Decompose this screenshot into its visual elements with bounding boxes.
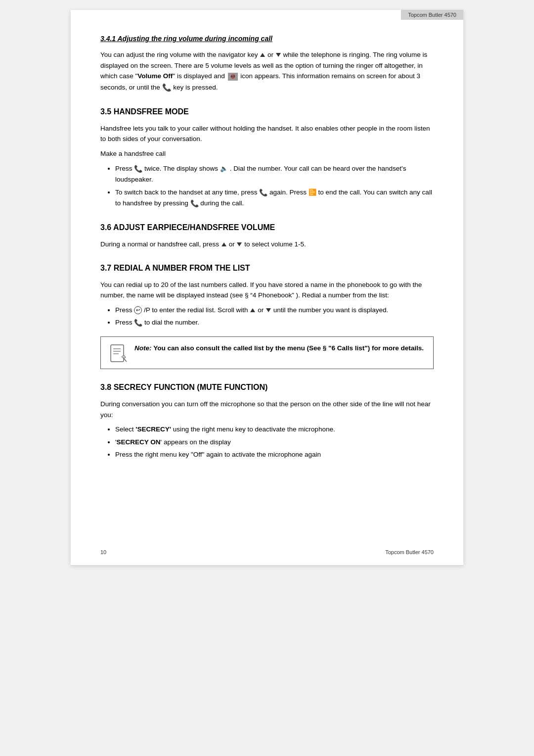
arrow-up-icon-2 xyxy=(221,240,229,248)
text-or-37: or xyxy=(258,306,266,314)
svg-line-4 xyxy=(124,358,127,362)
text-select-vol: to select volume 1-5. xyxy=(244,240,306,248)
volume-off-label: Volume Off xyxy=(137,72,173,80)
text-press-37-2: Press xyxy=(115,319,134,326)
arrow-up-icon-1 xyxy=(260,51,266,58)
note-icon xyxy=(109,344,128,363)
text-ring-1: You can adjust the ring volume with the … xyxy=(100,51,258,58)
speaker-sym: 🔈 xyxy=(220,165,228,172)
phone-key-icon-1: 📞 xyxy=(162,83,172,92)
text-redial-list: /P to enter the redial list. Scroll with xyxy=(144,306,250,314)
footer-page-number: 10 xyxy=(100,549,106,555)
text-press-37-1: Press xyxy=(115,306,134,314)
text-or-36: or xyxy=(229,240,235,248)
section-35-bullets: Press 📞 twice. The display shows 🔈 . Dia… xyxy=(115,163,434,209)
phone-icon-35-1: 📞 xyxy=(134,165,142,173)
section-341-title: 3.4.1 Adjusting the ring volume during i… xyxy=(100,35,434,43)
text-ring-3: is displayed and xyxy=(177,72,225,80)
phone-icon-35-2: 📞 xyxy=(259,189,267,196)
bullet-35-2: To switch back to the handset at any tim… xyxy=(115,187,434,209)
section-37-body1: You can redial up to 20 of the last numb… xyxy=(100,280,434,301)
section-35-heading: 3.5 HANDSFREE MODE xyxy=(100,107,434,116)
page-footer: 10 Topcom Butler 4570 xyxy=(71,549,463,555)
text-press-1: Press xyxy=(115,165,134,172)
bullet-35-1: Press 📞 twice. The display shows 🔈 . Dia… xyxy=(115,163,434,185)
note-label: Note: xyxy=(134,344,152,352)
note-box-37: Note: You can also consult the called li… xyxy=(100,336,434,369)
end-call-icon: 📴 xyxy=(309,189,316,196)
section-36: 3.6 ADJUST EARPIECE/HANDSFREE VOLUME Dur… xyxy=(100,223,434,250)
section-35-make-call: Make a handsfree call xyxy=(100,148,434,159)
bullet-38-3: Press the right menu key "Off" again to … xyxy=(115,449,434,460)
bullet-37-2: Press 📞 to dial the number. xyxy=(115,317,434,329)
document-page: Topcom Butler 4570 3.4.1 Adjusting the r… xyxy=(71,10,463,565)
arrow-down-37 xyxy=(266,306,271,314)
text-until: until the number you want is displayed. xyxy=(273,306,389,314)
text-press-off: Press the right menu key "Off" again to … xyxy=(115,451,321,458)
text-ring-5: key is pressed. xyxy=(173,83,218,91)
text-twice: twice. The display shows xyxy=(144,165,220,172)
arrow-up-37 xyxy=(250,306,256,314)
text-secrecy-on: 'SECRECY ON' appears on the display xyxy=(115,438,231,446)
bullet-38-1: Select 'SECRECY' using the right menu ke… xyxy=(115,424,434,435)
section-37-bullets: Press ↩ /P to enter the redial list. Scr… xyxy=(115,305,434,329)
arrow-down-icon-2 xyxy=(236,240,244,248)
section-36-heading: 3.6 ADJUST EARPIECE/HANDSFREE VOLUME xyxy=(100,223,434,232)
text-dial-number: to dial the number. xyxy=(144,319,199,326)
section-35: 3.5 HANDSFREE MODE Handsfree lets you ta… xyxy=(100,107,434,209)
text-switch: To switch back to the handset at any tim… xyxy=(115,189,259,196)
page-header: Topcom Butler 4570 xyxy=(401,10,463,20)
redial-sym: ↩ xyxy=(134,306,142,314)
bullet-37-1: Press ↩ /P to enter the redial list. Scr… xyxy=(115,305,434,316)
section-37: 3.7 REDIAL A NUMBER FROM THE LIST You ca… xyxy=(100,264,434,369)
phone-icon-37: 📞 xyxy=(134,319,142,327)
note-content: You can also consult the called list by … xyxy=(153,344,424,352)
text-during-call: during the call. xyxy=(200,199,244,207)
svg-rect-0 xyxy=(111,345,124,362)
section-38-body: During conversation you can turn off the… xyxy=(100,399,434,420)
bullet-38-2: 'SECRECY ON' appears on the display xyxy=(115,437,434,448)
section-36-body: During a normal or handsfree call, press… xyxy=(100,239,434,250)
text-or-1: or xyxy=(267,51,275,58)
text-select-secrecy: Select 'SECRECY' using the right menu ke… xyxy=(115,425,335,433)
section-35-intro: Handsfree lets you talk to your caller w… xyxy=(100,123,434,144)
section-341: 3.4.1 Adjusting the ring volume during i… xyxy=(100,35,434,94)
note-text-37: Note: You can also consult the called li… xyxy=(134,343,424,354)
text-again: again. Press xyxy=(269,189,309,196)
volume-img-icon: 📵 xyxy=(228,73,238,81)
footer-brand: Topcom Butler 4570 xyxy=(385,549,434,555)
text-normal-call: During a normal or handsfree call, press xyxy=(100,240,219,248)
section-38-bullets: Select 'SECRECY' using the right menu ke… xyxy=(115,424,434,460)
section-38: 3.8 SECRECY FUNCTION (MUTE FUNCTION) Dur… xyxy=(100,383,434,460)
phone-icon-35-3: 📞 xyxy=(190,200,199,208)
section-37-heading: 3.7 REDIAL A NUMBER FROM THE LIST xyxy=(100,264,434,273)
header-brand: Topcom Butler 4570 xyxy=(408,12,456,18)
section-38-heading: 3.8 SECRECY FUNCTION (MUTE FUNCTION) xyxy=(100,383,434,392)
section-341-body: You can adjust the ring volume with the … xyxy=(100,49,434,94)
arrow-down-icon-1 xyxy=(275,51,281,58)
